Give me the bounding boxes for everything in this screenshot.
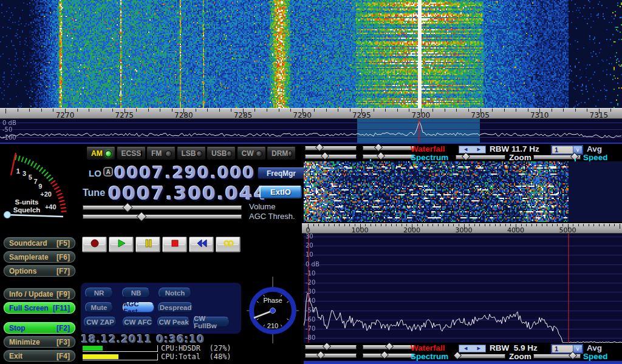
dsp-button-nr[interactable]: NR bbox=[85, 288, 113, 298]
dsp-button-mute[interactable]: Mute bbox=[85, 302, 113, 312]
af-top-zoom-slider[interactable] bbox=[456, 155, 505, 160]
mode-button-ecss[interactable]: ECSS bbox=[117, 147, 146, 160]
record-button[interactable] bbox=[82, 237, 107, 252]
button-hotkey: [F5] bbox=[56, 239, 70, 248]
lo-a-badge[interactable]: A bbox=[103, 167, 113, 177]
af-bottom-avg-dropdown[interactable]: 1∨ bbox=[551, 344, 583, 354]
loop-button[interactable] bbox=[216, 237, 241, 252]
lo-frequency-display[interactable]: 0007.290.000 bbox=[114, 163, 255, 182]
af-bottom-spec-brightness-slider-handle[interactable] bbox=[380, 351, 389, 359]
button-stop[interactable]: Stop[F2] bbox=[4, 322, 75, 334]
af-bottom-wf-contrast-slider-handle[interactable] bbox=[323, 342, 331, 351]
mode-button-drm[interactable]: DRM bbox=[267, 147, 296, 160]
dsp-button-nb[interactable]: NB bbox=[122, 288, 150, 298]
af-top-speed-slider[interactable] bbox=[533, 155, 581, 160]
af-waterfall[interactable] bbox=[304, 161, 622, 222]
af-top-band-spinner[interactable]: ◄► bbox=[459, 146, 486, 153]
arrow-left-icon[interactable]: ◄ bbox=[463, 147, 468, 152]
rewind-button[interactable] bbox=[189, 237, 214, 252]
play-button[interactable] bbox=[109, 237, 134, 252]
bottom-scrollbar[interactable] bbox=[304, 361, 622, 364]
mode-button-label: DRM bbox=[272, 149, 288, 158]
arrow-left-icon[interactable]: ◄ bbox=[463, 346, 468, 351]
main-waterfall[interactable] bbox=[0, 0, 622, 108]
arrow-right-icon[interactable]: ► bbox=[476, 346, 482, 351]
button-full-screen[interactable]: Full Screen[F11] bbox=[4, 302, 75, 314]
dsp-button-cw-fullbw[interactable]: CW FullBw bbox=[193, 317, 230, 327]
dsp-button-despread[interactable]: Despread bbox=[158, 302, 193, 312]
extio-button[interactable]: ExtIO bbox=[259, 186, 302, 198]
af-bottom-spec-contrast-slider-handle[interactable] bbox=[316, 351, 325, 359]
pause-icon bbox=[143, 238, 154, 251]
af-top-wf-contrast-slider[interactable] bbox=[305, 146, 357, 150]
phase-dial[interactable]: Phase 210 bbox=[246, 276, 301, 344]
af-spectrum[interactable] bbox=[304, 234, 622, 343]
agc-threshold-slider[interactable] bbox=[83, 215, 242, 219]
s-meter-tick bbox=[60, 200, 65, 201]
chevron-down-icon[interactable]: ∨ bbox=[573, 345, 582, 352]
main-frequency-scale[interactable]: 7270727572807285729072957300730573107315 bbox=[0, 108, 622, 119]
mode-button-lsb[interactable]: LSB bbox=[177, 147, 206, 160]
af-top-spec-brightness-slider-handle[interactable] bbox=[377, 152, 385, 160]
dsp-button-cw-zap[interactable]: CW ZAP bbox=[84, 317, 117, 327]
arrow-right-icon[interactable]: ► bbox=[476, 147, 482, 152]
agc-threshold-slider-handle[interactable] bbox=[137, 212, 147, 222]
dsp-button-cw-peak[interactable]: CW Peak bbox=[157, 317, 190, 327]
dsp-button-cw-afc[interactable]: CW AFC bbox=[123, 317, 153, 327]
play-icon bbox=[116, 238, 127, 251]
stop-button[interactable] bbox=[162, 237, 187, 252]
af-top-wf-contrast-slider-handle[interactable] bbox=[315, 143, 324, 152]
button-exit[interactable]: Exit[F4] bbox=[4, 350, 75, 362]
mode-button-fm[interactable]: FM bbox=[146, 147, 176, 160]
af-bottom-spec-contrast-slider[interactable] bbox=[305, 354, 357, 358]
mode-button-am[interactable]: AM bbox=[86, 147, 115, 160]
phase-value: 210 bbox=[267, 322, 278, 329]
scale-tick bbox=[448, 224, 449, 226]
mode-button-cw[interactable]: CW bbox=[237, 147, 266, 160]
af-bottom-wf-contrast-slider[interactable] bbox=[305, 345, 357, 349]
scale-tick bbox=[432, 109, 433, 112]
af-top-spec-brightness-slider[interactable] bbox=[363, 155, 414, 159]
scale-tick bbox=[552, 224, 553, 226]
squelch-slider[interactable] bbox=[6, 215, 63, 217]
af-bottom-speed-slider[interactable] bbox=[533, 354, 581, 359]
af-top-wf-brightness-slider-handle[interactable] bbox=[374, 143, 383, 152]
af-top-waterfall-toggle[interactable]: Waterfall bbox=[411, 145, 445, 153]
af-top-zoom-slider-handle[interactable] bbox=[462, 152, 470, 161]
volume-slider[interactable] bbox=[83, 206, 242, 210]
button-soundcard[interactable]: Soundcard[F5] bbox=[4, 237, 75, 249]
af-frequency-scale[interactable]: 010002000300040005000 bbox=[302, 223, 622, 234]
volume-slider-handle[interactable] bbox=[122, 203, 132, 213]
dsp-button-notch[interactable]: Notch bbox=[159, 288, 191, 298]
af-bottom-zoom-slider[interactable] bbox=[456, 354, 505, 359]
scale-tick bbox=[385, 109, 386, 112]
scale-tick bbox=[371, 224, 371, 226]
af-top-wf-brightness-slider[interactable] bbox=[363, 146, 414, 150]
af-top-avg-dropdown[interactable]: 1∨ bbox=[551, 145, 583, 155]
af-bottom-wf-brightness-slider-handle[interactable] bbox=[385, 342, 394, 351]
squelch-slider-knob[interactable] bbox=[4, 212, 11, 218]
freqmgr-button[interactable]: FreqMgr bbox=[258, 167, 305, 179]
button-options[interactable]: Options[F7] bbox=[4, 265, 75, 277]
af-top-spectrum-toggle[interactable]: Spectrum bbox=[411, 153, 448, 162]
af-bottom-zoom-slider-handle[interactable] bbox=[453, 351, 462, 360]
db-scale-label: -60 bbox=[306, 316, 315, 323]
af-bottom-spec-brightness-slider[interactable] bbox=[363, 354, 414, 358]
button-info-update[interactable]: Info / Update[F9] bbox=[4, 288, 75, 300]
tune-frequency-display[interactable]: 0007.300.044 bbox=[108, 182, 268, 204]
scale-tick bbox=[490, 224, 490, 226]
af-bottom-wf-brightness-slider[interactable] bbox=[363, 345, 414, 349]
panel-separator bbox=[0, 143, 622, 144]
db-scale-label: -50 bbox=[2, 126, 12, 133]
mode-button-usb[interactable]: USB bbox=[207, 147, 236, 160]
af-bottom-spectrum-toggle[interactable]: Spectrum bbox=[411, 352, 448, 361]
af-bottom-waterfall-toggle[interactable]: Waterfall bbox=[411, 344, 445, 352]
af-top-spec-contrast-slider-handle[interactable] bbox=[320, 152, 329, 160]
overview-spectrum[interactable] bbox=[0, 119, 622, 143]
af-bottom-band-spinner[interactable]: ◄► bbox=[459, 345, 486, 352]
button-samplerate[interactable]: Samplerate[F6] bbox=[4, 251, 75, 263]
pause-button[interactable] bbox=[135, 237, 160, 252]
af-top-spec-contrast-slider[interactable] bbox=[305, 155, 357, 159]
dsp-button-agc-fast[interactable]: AGC Fast bbox=[123, 302, 154, 312]
button-minimize[interactable]: Minimize[F3] bbox=[4, 336, 75, 348]
